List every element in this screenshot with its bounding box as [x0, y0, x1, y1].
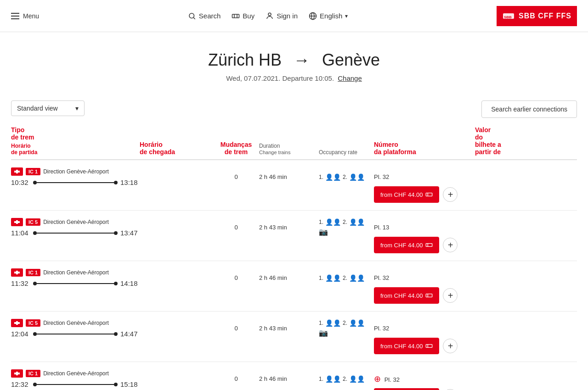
search-earlier-button[interactable]: Search earlier connections: [481, 100, 577, 118]
duration-cell: 2 h 46 min: [259, 274, 319, 281]
svg-rect-24: [426, 294, 432, 297]
view-selector[interactable]: Standard view ▾: [11, 100, 85, 116]
start-dot: [33, 383, 37, 386]
price-button[interactable]: from CHF 44.00: [374, 388, 439, 390]
price-button[interactable]: from CHF 44.00: [374, 237, 439, 253]
class-2-label: 2.: [343, 219, 347, 225]
class-1-label: 1.: [319, 320, 323, 326]
end-dot: [114, 231, 118, 235]
ic-number: 1: [35, 371, 38, 376]
col-departure-label: Horário de partida: [11, 143, 140, 156]
signin-nav-item[interactable]: Sign in: [266, 12, 298, 20]
price-label: from CHF 44.00: [380, 191, 423, 198]
arrow-icon: →: [294, 50, 310, 69]
svg-rect-29: [426, 345, 432, 348]
ic-badge: IC 1: [26, 370, 40, 377]
language-nav-label: English: [320, 12, 342, 20]
class-2-label: 2.: [343, 320, 347, 326]
expand-button[interactable]: +: [443, 187, 458, 202]
col-price: Valor do bilhete a partir de: [475, 126, 503, 156]
search-nav-item[interactable]: Search: [188, 12, 221, 20]
departure-time: 12:32: [11, 380, 30, 388]
departure-time: 11:04: [11, 229, 30, 237]
sbb-small-logo: [12, 269, 22, 276]
price-button[interactable]: from CHF 44.00: [374, 287, 439, 304]
buy-nav-item[interactable]: Buy: [232, 12, 254, 20]
table-row: IC 1 Direction Genève-Aéroport 12:32 15:…: [11, 362, 577, 390]
time-route-row: 11:04 13:47: [11, 229, 140, 237]
platform-number: Pl. 32: [374, 325, 389, 332]
start-dot: [33, 231, 37, 235]
expand-button[interactable]: +: [443, 238, 458, 252]
occupancy-cell: 1. 👤👤 2. 👤👤 📷: [319, 218, 374, 236]
duration-cell: 2 h 46 min: [259, 375, 319, 382]
route-line: [33, 282, 118, 285]
class-1-occupancy-icon: 👤👤: [325, 173, 341, 181]
col-platform: Número da plataforma: [374, 141, 475, 156]
col-train-type: Tipo de trem Horário de partida: [11, 126, 140, 156]
svg-rect-2: [232, 14, 239, 18]
ticket-small-icon: [425, 342, 433, 350]
ic-badge: IC 1: [26, 269, 40, 276]
sbb-small-logo: [12, 370, 22, 377]
route-line: [33, 383, 118, 386]
svg-point-0: [189, 13, 194, 18]
occupancy-cell: 1. 👤👤 2. 👤👤: [319, 375, 374, 383]
expand-button[interactable]: +: [443, 288, 458, 303]
ic-label: IC: [28, 320, 34, 326]
class-2-occupancy-icon: 👤👤: [349, 173, 365, 181]
globe-icon: [309, 12, 317, 20]
menu-button[interactable]: Menu: [11, 12, 39, 20]
duration-cell: 2 h 43 min: [259, 224, 319, 231]
route-line: [33, 181, 118, 184]
view-selector-chevron: ▾: [75, 105, 79, 112]
line-segment: [37, 334, 114, 334]
class-1-occupancy-icon: 👤👤: [325, 319, 341, 327]
class-1-occupancy-icon: 👤👤: [325, 218, 341, 226]
svg-rect-13: [14, 171, 20, 173]
sbb-flag-icon: [11, 218, 23, 226]
train-line-row: IC 5 Direction Genève-Aéroport: [11, 218, 140, 226]
language-nav-item[interactable]: English ▾: [309, 12, 348, 20]
header: Menu Search Buy Sign in English ▾ SBB SB…: [0, 0, 588, 32]
col-arrival: Horário de chegada: [140, 141, 213, 156]
price-cell: from CHF 44.00 +: [374, 287, 503, 304]
direction-label: Direction Genève-Aéroport: [43, 320, 109, 326]
view-selector-label: Standard view: [17, 105, 58, 112]
platform-cell: ⊕ Pl. 32: [374, 374, 475, 384]
ic-badge: IC 1: [26, 168, 40, 175]
train-info-cell: IC 5 Direction Genève-Aéroport 12:04 14:…: [11, 319, 140, 338]
svg-rect-18: [14, 221, 20, 223]
class-1-label: 1.: [319, 275, 323, 281]
route-line: [33, 332, 118, 336]
start-dot: [33, 332, 37, 336]
logo-text: SBB CFF FFS: [519, 12, 571, 20]
price-button[interactable]: from CHF 44.00: [374, 186, 439, 203]
train-line-row: IC 1 Direction Genève-Aéroport: [11, 369, 140, 378]
ic-number: 5: [35, 320, 38, 326]
buy-nav-label: Buy: [243, 12, 254, 20]
main-content: Standard view ▾ Search earlier connectio…: [0, 91, 588, 390]
changes-cell: 0: [213, 325, 259, 332]
col-occupancy: Occupancy rate: [319, 149, 374, 156]
table-row: IC 1 Direction Genève-Aéroport 11:32 14:…: [11, 261, 577, 312]
line-segment: [37, 233, 114, 234]
col-changes-header: Mudanças de trem: [213, 141, 259, 156]
platform-cell: Pl. 32: [374, 173, 475, 180]
col-duration: Duration Change trains: [259, 143, 319, 156]
ticket-small-icon: [425, 241, 433, 249]
price-button[interactable]: from CHF 44.00: [374, 338, 439, 354]
price-label: from CHF 44.00: [380, 242, 423, 249]
changes-cell: 0: [213, 375, 259, 382]
price-label: from CHF 44.00: [380, 292, 423, 299]
class-2-label: 2.: [343, 376, 347, 382]
class-2-label: 2.: [343, 174, 347, 180]
date-info: Wed, 07.07.2021. Departure 10:05.: [226, 74, 334, 82]
expand-button[interactable]: +: [443, 339, 458, 353]
platform-cell: Pl. 13: [374, 224, 475, 231]
search-nav-label: Search: [199, 12, 221, 20]
change-link[interactable]: Change: [338, 74, 362, 82]
destination-label: Genève: [322, 50, 380, 69]
line-segment: [37, 182, 114, 183]
class-2-occupancy-icon: 👤👤: [349, 274, 365, 282]
